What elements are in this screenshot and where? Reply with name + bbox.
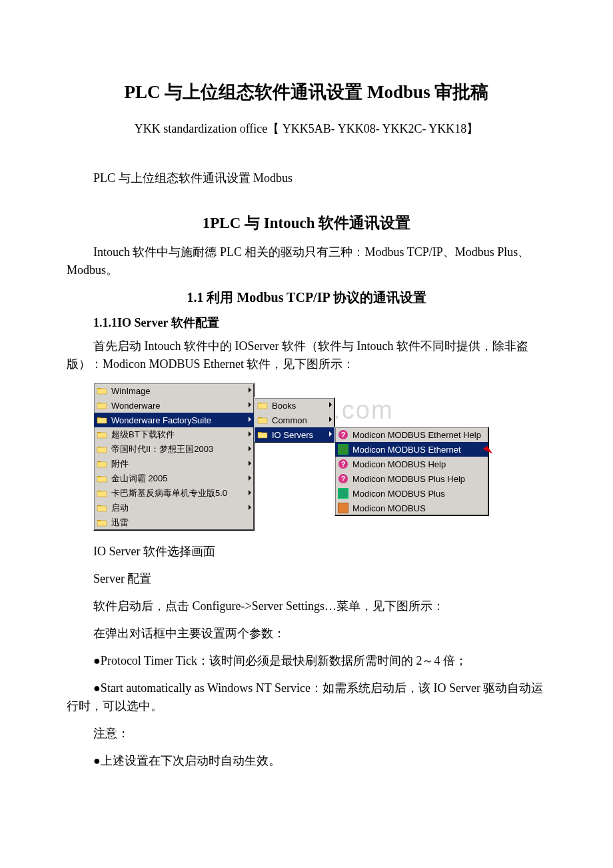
factorysuite-menu-item[interactable]: Books <box>255 398 334 413</box>
menu-item-label: 附件 <box>111 458 129 470</box>
caption: Server 配置 <box>93 570 546 588</box>
folder-icon <box>97 473 107 484</box>
menu-item-label: Modicon MODBUS Help <box>352 459 446 469</box>
folder-icon <box>97 444 107 455</box>
menu-item-label: IO Servers <box>272 430 313 440</box>
programs-menu-item[interactable]: 超级BT下载软件 <box>94 427 254 442</box>
submenu-arrow-icon <box>329 417 332 422</box>
menu-item-label: Wonderware <box>111 401 160 411</box>
menu-item-label: WinImage <box>111 386 151 396</box>
svg-text:?: ? <box>341 460 346 468</box>
submenu-factorysuite: BooksCommonIO Servers <box>254 397 335 443</box>
ioservers-menu-item[interactable]: Modicon MODBUS <box>335 501 488 515</box>
submenu-ioservers: ?Modicon MODBUS Ethernet HelpModicon MOD… <box>334 427 489 516</box>
menu-item-label: Modicon MODBUS Plus <box>352 489 445 499</box>
folder-icon <box>97 400 107 411</box>
ioservers-menu-item[interactable]: Modicon MODBUS Plus <box>335 486 488 501</box>
folder-icon <box>97 415 107 425</box>
folder-icon <box>257 415 268 425</box>
submenu-arrow-icon <box>249 417 251 422</box>
folder-icon <box>257 400 268 411</box>
help-icon: ? <box>338 459 348 469</box>
folder-icon <box>97 517 107 528</box>
folder-icon <box>97 503 107 513</box>
doc-subtitle: PLC 与上位组态软件通讯设置 Modbus <box>67 170 546 186</box>
submenu-arrow-icon <box>249 505 251 510</box>
menu-item-label: Wonderware FactorySuite <box>111 415 211 425</box>
section-1-1-1-heading: 1.1.1IO Server 软件配置 <box>93 315 546 331</box>
submenu-arrow-icon <box>249 387 251 393</box>
menu-item-label: Modicon MODBUS <box>352 503 426 513</box>
office-line: YKK standardization office【 YKK5AB- YKK0… <box>67 121 546 137</box>
menu-item-label: Modicon MODBUS Plus Help <box>352 474 465 484</box>
help-icon: ? <box>338 473 348 484</box>
paragraph: ●Protocol Timer Tick：该时间必须是最快刷新数据所需时间的 2… <box>93 652 546 670</box>
submenu-arrow-icon <box>249 490 251 495</box>
paragraph: ●Start automatically as Windows NT Servi… <box>67 679 546 715</box>
factorysuite-menu-item[interactable]: Common <box>255 413 334 427</box>
programs-menu-item[interactable]: WinImage <box>94 383 254 398</box>
programs-menu-item[interactable]: 金山词霸 2005 <box>94 471 254 486</box>
submenu-arrow-icon <box>249 475 251 481</box>
programs-menu-item[interactable]: 迅雷 <box>94 515 254 530</box>
programs-menu-item[interactable]: Wonderware <box>94 398 254 413</box>
programs-menu-item[interactable]: 帝国时代II：梦想王国2003 <box>94 442 254 457</box>
paragraph: 注意： <box>93 725 546 743</box>
modbus-plus-app-icon <box>338 488 348 499</box>
paragraph: Intouch 软件中与施耐德 PLC 相关的驱动只有三种：Modbus TCP… <box>67 243 546 279</box>
menu-item-label: 卡巴斯基反病毒单机专业版5.0 <box>111 487 227 499</box>
paragraph: 在弹出对话框中主要设置两个参数： <box>93 625 546 643</box>
programs-menu-item[interactable]: 附件 <box>94 457 254 471</box>
section-1-1-heading: 1.1 利用 Modbus TCP/IP 协议的通讯设置 <box>67 289 546 307</box>
programs-menu-item[interactable]: 启动 <box>94 501 254 515</box>
ioservers-menu-item[interactable]: Modicon MODBUS Ethernet <box>335 442 488 457</box>
menu-item-label: 启动 <box>111 502 129 514</box>
help-icon: ? <box>338 429 348 440</box>
submenu-arrow-icon <box>249 402 251 407</box>
submenu-arrow-icon <box>329 431 332 437</box>
submenu-arrow-icon <box>329 402 332 407</box>
paragraph: ●上述设置在下次启动时自动生效。 <box>93 752 546 770</box>
menu-item-label: 金山词霸 2005 <box>111 473 168 485</box>
folder-icon <box>257 429 268 440</box>
folder-icon <box>97 429 107 440</box>
ioservers-menu-item[interactable]: ?Modicon MODBUS Help <box>335 457 488 471</box>
modbus-app-icon <box>338 503 348 513</box>
start-menu-programs: WinImageWonderwareWonderware FactorySuit… <box>93 383 255 531</box>
paragraph: 首先启动 Intouch 软件中的 IOServer 软件（软件与 Intouc… <box>67 337 546 373</box>
ioservers-menu-item[interactable]: ?Modicon MODBUS Ethernet Help <box>335 427 488 442</box>
programs-menu-item[interactable]: Wonderware FactorySuite <box>94 413 254 427</box>
menu-item-label: Modicon MODBUS Ethernet Help <box>352 430 481 440</box>
section-1-heading: 1PLC 与 Intouch 软件通讯设置 <box>67 213 546 233</box>
menu-item-label: 迅雷 <box>111 517 129 529</box>
submenu-arrow-icon <box>249 461 251 466</box>
paragraph: 软件启动后，点击 Configure->Server Settings…菜单，见… <box>93 597 546 615</box>
submenu-arrow-icon <box>249 431 251 437</box>
programs-menu-item[interactable]: 卡巴斯基反病毒单机专业版5.0 <box>94 486 254 501</box>
folder-icon <box>97 459 107 469</box>
menu-item-label: Modicon MODBUS Ethernet <box>352 445 461 455</box>
menu-item-label: Common <box>272 415 307 425</box>
menu-item-label: Books <box>272 401 296 411</box>
menu-item-label: 超级BT下载软件 <box>111 429 175 441</box>
menu-screenshot: www.bdocx.com WinImageWonderwareWonderwa… <box>93 383 546 536</box>
ioservers-menu-item[interactable]: ?Modicon MODBUS Plus Help <box>335 471 488 486</box>
menu-item-label: 帝国时代II：梦想王国2003 <box>111 443 213 455</box>
svg-text:?: ? <box>341 431 346 439</box>
factorysuite-menu-item[interactable]: IO Servers <box>255 427 334 442</box>
ethernet-app-icon <box>338 444 348 455</box>
folder-icon <box>97 488 107 499</box>
caption: IO Server 软件选择画面 <box>93 543 546 561</box>
folder-icon <box>97 385 107 396</box>
document-page: PLC 与上位组态软件通讯设置 Modbus 审批稿 YKK standardi… <box>0 0 613 833</box>
doc-title: PLC 与上位组态软件通讯设置 Modbus 审批稿 <box>67 80 546 104</box>
svg-text:?: ? <box>341 475 346 483</box>
para-text: Intouch 软件中与施耐德 PLC 相关的驱动只有三种：Modbus TCP… <box>67 245 530 277</box>
submenu-arrow-icon <box>249 446 251 451</box>
